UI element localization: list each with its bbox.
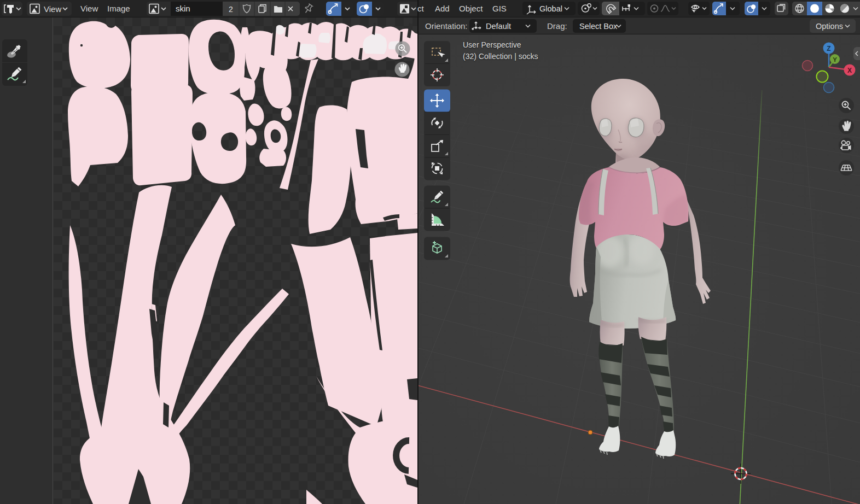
- svg-text:View: View: [44, 4, 61, 14]
- svg-text:Default: Default: [486, 22, 511, 31]
- svg-text:X: X: [847, 67, 852, 74]
- svg-text:2: 2: [229, 5, 233, 14]
- svg-text:Select Box: Select Box: [579, 22, 618, 31]
- svg-text:Global: Global: [539, 4, 562, 13]
- svg-text:Y: Y: [833, 56, 837, 63]
- svg-text:Z: Z: [827, 45, 830, 52]
